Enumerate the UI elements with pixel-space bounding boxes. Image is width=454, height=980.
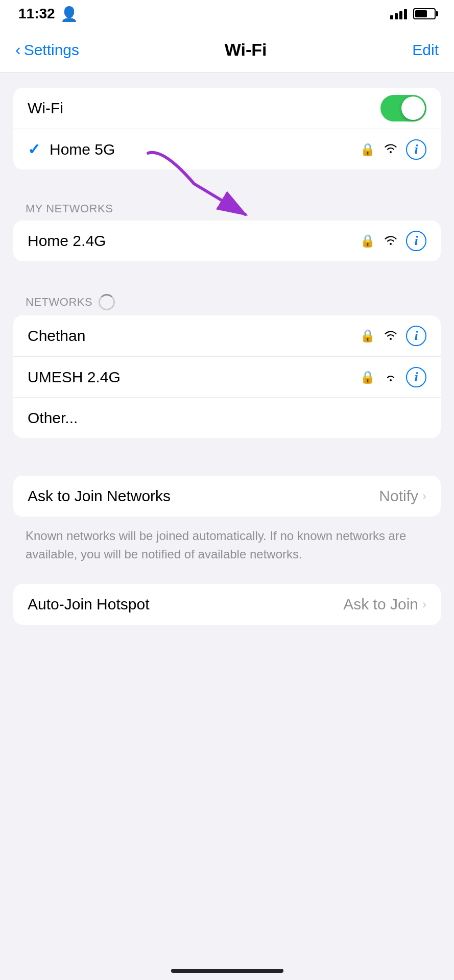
edit-button[interactable]: Edit bbox=[412, 41, 439, 59]
networks-header: NETWORKS bbox=[0, 284, 454, 315]
auto-join-value-area: Ask to Join › bbox=[343, 596, 426, 613]
spacer-3 bbox=[0, 445, 454, 460]
umesh-info-button[interactable]: i bbox=[406, 367, 426, 387]
chethan-label: Chethan bbox=[28, 327, 85, 345]
back-chevron-icon: ‹ bbox=[15, 40, 21, 59]
status-time: 11:32 bbox=[18, 6, 55, 22]
other-row[interactable]: Other... bbox=[13, 397, 441, 438]
status-bar: 11:32 👤 bbox=[0, 0, 454, 28]
connected-network-name: Home 5G bbox=[50, 141, 115, 158]
spacer-1 bbox=[0, 177, 454, 192]
my-networks-card: Home 2.4G 🔒 i bbox=[13, 220, 441, 261]
wifi-signal-icon-home24g bbox=[384, 234, 398, 248]
chethan-row[interactable]: Chethan 🔒 i bbox=[13, 315, 441, 356]
lock-icon-home24g: 🔒 bbox=[360, 234, 375, 248]
other-label: Other... bbox=[28, 409, 78, 427]
status-right-icons bbox=[390, 8, 436, 19]
home-24g-row[interactable]: Home 2.4G 🔒 i bbox=[13, 220, 441, 261]
auto-join-value: Ask to Join bbox=[343, 596, 418, 613]
wifi-signal-icon bbox=[384, 141, 398, 157]
connected-checkmark-icon: ✓ bbox=[28, 140, 40, 158]
loading-spinner bbox=[99, 294, 115, 310]
home-24g-label: Home 2.4G bbox=[28, 232, 106, 250]
spacer-2 bbox=[0, 268, 454, 284]
signal-icon bbox=[390, 8, 407, 19]
ask-join-description: Known networks will be joined automatica… bbox=[0, 520, 454, 574]
wifi-toggle-row: Wi-Fi bbox=[13, 88, 441, 129]
back-label[interactable]: Settings bbox=[24, 41, 79, 59]
home-24g-info-button[interactable]: i bbox=[406, 231, 426, 251]
umesh-24g-row[interactable]: UMESH 2.4G 🔒 i bbox=[13, 356, 441, 397]
ask-join-card: Ask to Join Networks Notify › bbox=[13, 476, 441, 517]
wifi-signal-icon-umesh bbox=[384, 371, 398, 384]
connected-network-icons: 🔒 i bbox=[360, 139, 426, 160]
auto-join-label: Auto-Join Hotspot bbox=[28, 596, 149, 613]
chevron-right-icon-2: › bbox=[422, 597, 426, 611]
toggle-knob bbox=[401, 96, 425, 120]
ask-join-value: Notify bbox=[379, 487, 418, 505]
my-networks-title: MY NETWORKS bbox=[26, 202, 113, 215]
chethan-info-button[interactable]: i bbox=[406, 326, 426, 346]
umesh-24g-label: UMESH 2.4G bbox=[28, 369, 121, 386]
ask-join-label: Ask to Join Networks bbox=[28, 487, 171, 505]
lock-icon-umesh: 🔒 bbox=[360, 370, 375, 384]
person-icon: 👤 bbox=[60, 6, 78, 22]
network-info-button[interactable]: i bbox=[406, 139, 426, 160]
wifi-main-card: Wi-Fi ✓ Home 5G 🔒 i bbox=[13, 88, 441, 169]
connected-network-row[interactable]: ✓ Home 5G 🔒 i bbox=[13, 129, 441, 169]
auto-join-row[interactable]: Auto-Join Hotspot Ask to Join › bbox=[13, 584, 441, 625]
home-indicator bbox=[171, 969, 283, 973]
networks-title: NETWORKS bbox=[26, 296, 92, 309]
page-title: Wi-Fi bbox=[225, 40, 267, 60]
my-networks-header: MY NETWORKS bbox=[0, 192, 454, 220]
networks-card: Chethan 🔒 i UMESH 2.4G 🔒 bbox=[13, 315, 441, 438]
status-time-area: 11:32 👤 bbox=[18, 6, 78, 22]
auto-join-card: Auto-Join Hotspot Ask to Join › bbox=[13, 584, 441, 625]
wifi-signal-icon-chethan bbox=[384, 329, 398, 342]
chevron-right-icon: › bbox=[422, 489, 426, 503]
lock-icon: 🔒 bbox=[360, 142, 375, 157]
back-button[interactable]: ‹ Settings bbox=[15, 40, 79, 59]
ask-join-row[interactable]: Ask to Join Networks Notify › bbox=[13, 476, 441, 517]
ask-join-value-area: Notify › bbox=[379, 487, 426, 505]
lock-icon-chethan: 🔒 bbox=[360, 329, 375, 343]
battery-icon bbox=[413, 8, 436, 19]
wifi-toggle[interactable] bbox=[380, 95, 426, 121]
wifi-toggle-label: Wi-Fi bbox=[28, 100, 63, 117]
nav-bar: ‹ Settings Wi-Fi Edit bbox=[0, 28, 454, 72]
content-area: Wi-Fi ✓ Home 5G 🔒 i bbox=[0, 72, 454, 643]
